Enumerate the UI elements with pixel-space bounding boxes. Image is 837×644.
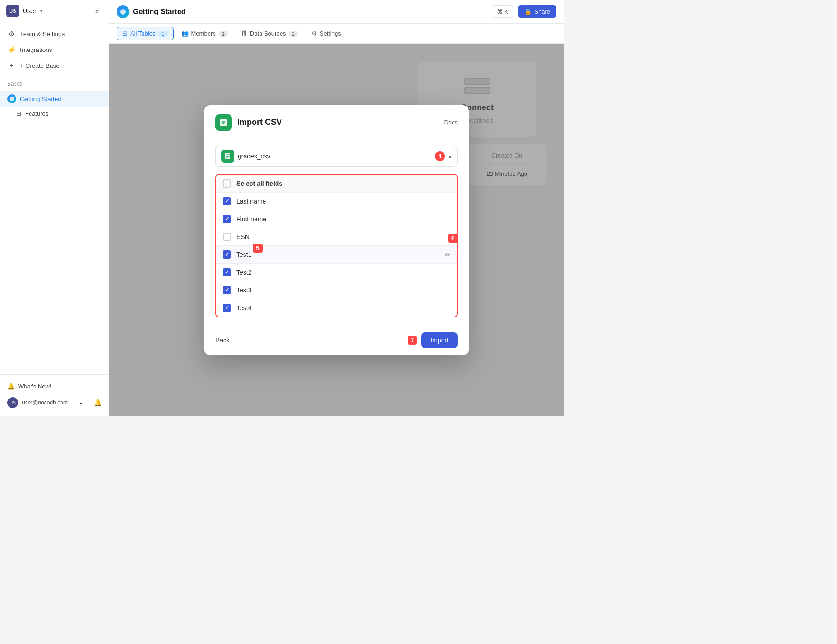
- field-label-1: First name: [236, 215, 450, 223]
- select-all-label: Select all fields: [236, 180, 450, 187]
- whats-new-label: What's New!: [18, 383, 51, 390]
- all-tables-badge: 1: [158, 31, 167, 37]
- file-count-badge: 4: [435, 151, 445, 161]
- csv-icon: [215, 114, 232, 131]
- members-badge: 1: [219, 31, 228, 37]
- file-type-icon: [221, 150, 234, 163]
- chevron-up-icon: ▴: [80, 400, 82, 405]
- avatar: US: [6, 5, 19, 17]
- base-label: Getting Started: [20, 96, 61, 102]
- field-row-test2[interactable]: Test2: [216, 264, 457, 281]
- topbar-actions: ⌘ K 🔒 Share: [492, 5, 556, 18]
- tab-members[interactable]: 👥 Members 1: [175, 27, 234, 40]
- sidebar-item-getting-started[interactable]: Getting Started: [0, 91, 109, 107]
- base-icon: [7, 94, 16, 103]
- field-checkbox-2[interactable]: [223, 233, 231, 241]
- table-label: Features: [25, 110, 48, 117]
- user-menu[interactable]: US User ▾: [6, 5, 42, 17]
- sidebar-header: US User ▾ «: [0, 0, 109, 22]
- sidebar-nav: ⚙ Team & Settings ⚡ Integrations + + Cre…: [0, 22, 109, 77]
- sidebar-item-label: + Create Base: [20, 62, 60, 69]
- bell-icon: 🔔: [7, 383, 15, 390]
- settings-icon: ⚙: [7, 30, 15, 38]
- user-chevron-icon: ▾: [40, 9, 42, 14]
- kbd-label: ⌘ K: [497, 8, 508, 15]
- tabs-bar: ⊞ All Tables 1 👥 Members 1 🗄 Data Source…: [109, 24, 564, 44]
- fields-list: Select all fields Last name First name: [215, 174, 458, 317]
- field-checkbox-4[interactable]: [223, 268, 231, 276]
- plus-icon: +: [7, 61, 15, 70]
- tab-data-sources[interactable]: 🗄 Data Sources 1: [235, 27, 304, 40]
- field-checkbox-0[interactable]: [223, 197, 231, 205]
- field-row-last-name[interactable]: Last name: [216, 193, 457, 210]
- file-name-label: grades_csv: [238, 153, 431, 160]
- members-icon: 👥: [181, 30, 189, 37]
- sidebar-item-create-base[interactable]: + + Create Base: [0, 58, 109, 73]
- collapse-sidebar-button[interactable]: «: [92, 5, 102, 16]
- footer-right: 7 Import: [408, 332, 458, 348]
- select-all-row[interactable]: Select all fields: [216, 175, 457, 193]
- field-label-2: SSN: [236, 233, 450, 240]
- data-sources-badge: 1: [289, 31, 298, 37]
- field-checkbox-1[interactable]: [223, 215, 231, 223]
- sidebar-item-team-settings[interactable]: ⚙ Team & Settings: [0, 26, 109, 42]
- share-button[interactable]: 🔒 Share: [518, 5, 556, 18]
- field-row-ssn[interactable]: SSN: [216, 228, 457, 246]
- field-checkbox-6[interactable]: [223, 304, 231, 312]
- file-chevron-icon[interactable]: ▴: [449, 153, 452, 160]
- lock-icon: 🔒: [524, 8, 531, 15]
- gear-icon: ⚙: [311, 30, 317, 37]
- field-label-0: Last name: [236, 198, 450, 205]
- tables-icon: ⊞: [122, 30, 128, 37]
- back-button[interactable]: Back: [215, 333, 230, 348]
- select-all-checkbox[interactable]: [223, 179, 231, 188]
- import-csv-modal: Import CSV Docs: [204, 105, 469, 355]
- username-label: User: [23, 7, 36, 15]
- table-icon: ⊞: [16, 110, 21, 117]
- modal-footer: Back 7 Import: [204, 325, 469, 355]
- field-label-5: Test3: [236, 286, 450, 294]
- modal-body: grades_csv 4 ▴ Select all fields: [204, 138, 469, 325]
- edit-icon[interactable]: ✏: [445, 251, 450, 258]
- step-badge-6: 6: [448, 234, 458, 243]
- tab-settings[interactable]: ⚙ Settings: [306, 27, 347, 40]
- field-row-test4[interactable]: Test4: [216, 299, 457, 317]
- step-badge-7-inline: 7: [408, 336, 417, 345]
- modal-overlay[interactable]: 5 Import CSV: [109, 44, 564, 416]
- svg-point-1: [120, 9, 126, 15]
- database-icon: 🗄: [241, 30, 247, 37]
- sidebar-bottom: 🔔 What's New! US user@nocodb.com ▴ 🔔: [0, 374, 109, 416]
- field-row-test3[interactable]: Test3: [216, 281, 457, 299]
- topbar: Getting Started ⌘ K 🔒 Share: [109, 0, 564, 24]
- field-label-6: Test4: [236, 304, 450, 312]
- user-email-row: US user@nocodb.com ▴ 🔔: [0, 394, 109, 412]
- sidebar-item-integrations[interactable]: ⚡ Integrations: [0, 42, 109, 58]
- docs-link[interactable]: Docs: [444, 119, 458, 126]
- import-button[interactable]: Import: [421, 332, 458, 348]
- user-avatar-small: US: [7, 397, 18, 408]
- user-email-label: user@nocodb.com: [22, 399, 68, 406]
- sidebar-item-features[interactable]: ⊞ Features: [0, 107, 109, 120]
- step-badge-5: 5: [253, 244, 263, 253]
- sidebar-item-label: Team & Settings: [20, 31, 65, 37]
- field-label-4: Test2: [236, 269, 450, 276]
- field-checkbox-5[interactable]: [223, 286, 231, 294]
- search-keyboard-button[interactable]: ⌘ K: [492, 5, 513, 18]
- bases-section-label: Bases: [0, 77, 109, 91]
- svg-point-0: [10, 97, 14, 101]
- topbar-title: Getting Started: [133, 8, 186, 16]
- main-content: Getting Started ⌘ K 🔒 Share ⊞ All Tables…: [109, 0, 564, 416]
- topbar-title-area: Getting Started: [117, 5, 492, 18]
- tab-all-tables[interactable]: ⊞ All Tables 1: [117, 27, 174, 40]
- file-selector[interactable]: grades_csv 4 ▴: [215, 146, 458, 167]
- modal-title: Import CSV: [237, 118, 439, 127]
- sidebar: US User ▾ « ⚙ Team & Settings ⚡ Integrat…: [0, 0, 109, 416]
- integrations-icon: ⚡: [7, 46, 15, 54]
- topbar-base-icon: [117, 5, 129, 18]
- sidebar-item-whats-new[interactable]: 🔔 What's New!: [0, 379, 109, 394]
- modal-header: Import CSV Docs: [204, 105, 469, 138]
- field-label-3: Test1: [236, 251, 439, 258]
- field-checkbox-3[interactable]: [223, 250, 231, 259]
- field-row-first-name[interactable]: First name: [216, 210, 457, 228]
- notification-icon[interactable]: 🔔: [94, 399, 102, 406]
